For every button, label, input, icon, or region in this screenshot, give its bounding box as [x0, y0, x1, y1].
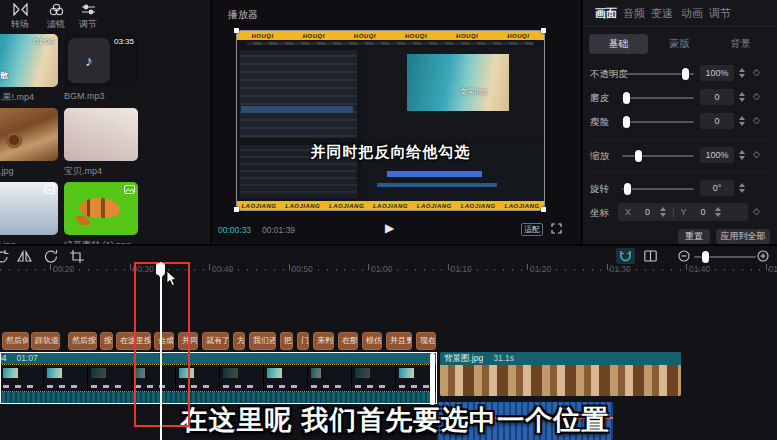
split-preview-button[interactable]	[644, 250, 657, 262]
subtitle-clip[interactable]: 按	[100, 332, 113, 350]
subtitle-clip[interactable]: 在那	[338, 332, 358, 350]
subtab-背景[interactable]: 背景	[711, 34, 770, 54]
video-clip[interactable]: [教程]...果!.mp401:07	[0, 352, 437, 404]
stepper-control[interactable]	[737, 113, 747, 129]
tab-动画[interactable]: 动画	[681, 6, 703, 21]
stepper-down-icon[interactable]	[739, 122, 745, 126]
slider-handle[interactable]	[682, 68, 689, 80]
slider-不透明度[interactable]	[622, 73, 694, 75]
subtitle-clip[interactable]: 然后按	[68, 332, 97, 350]
selection-handle-bl[interactable]	[234, 207, 239, 212]
stepper-up-icon[interactable]	[739, 68, 745, 72]
media-item-thumbnail[interactable]: 01:08文字消散	[0, 34, 58, 87]
timeline-zoom-slider[interactable]	[694, 256, 756, 258]
media-item-thumbnail[interactable]	[64, 108, 138, 161]
stepper-up-icon[interactable]	[739, 183, 745, 187]
coord-x-stepper[interactable]	[658, 204, 668, 220]
coord-y-value[interactable]: 0	[700, 207, 705, 217]
subtitle-clip[interactable]: 我们还	[249, 332, 276, 350]
value-box-不透明度[interactable]: 100%	[700, 65, 734, 81]
playhead-handle[interactable]	[156, 263, 165, 275]
ae-clip-bar2	[377, 183, 497, 187]
stepper-control[interactable]	[737, 65, 747, 81]
selection-handle-br[interactable]	[541, 207, 546, 212]
coord-x-value[interactable]: 0	[645, 207, 650, 217]
reset-button[interactable]: 重置	[678, 229, 710, 244]
media-item-thumbnail[interactable]	[0, 108, 58, 161]
subtitle-clip[interactable]: 并且要	[386, 332, 412, 350]
subtitle-clip[interactable]: 就有了	[202, 332, 229, 350]
stepper-down-icon[interactable]	[739, 98, 745, 102]
subtitle-clip[interactable]: 来到	[313, 332, 334, 350]
transition-icon	[5, 3, 35, 16]
coord-y-stepper[interactable]	[713, 204, 723, 220]
fit-button[interactable]: 适配	[521, 223, 543, 236]
value-box-缩放[interactable]: 100%	[700, 147, 734, 163]
media-nav-transition[interactable]: 转场	[5, 3, 35, 31]
subtitle-clip[interactable]: 现在	[416, 332, 436, 350]
watermark-text: HOUQI	[354, 33, 376, 39]
media-item-thumbnail[interactable]	[64, 182, 138, 235]
tab-变速[interactable]: 变速	[651, 6, 673, 21]
tab-音频[interactable]: 音频	[623, 6, 645, 21]
subtitle-clip[interactable]: 在这里按	[116, 332, 151, 350]
timeline-zoom-out-button[interactable]	[678, 250, 690, 262]
value-box-磨皮[interactable]: 0	[700, 89, 734, 105]
slider-瘦脸[interactable]	[622, 121, 694, 123]
video-preview-stage[interactable]: HOUQIHOUQIHOUQIHOUQIHOUQIHOUQI 文字消散 LAOJ…	[237, 31, 544, 210]
stepper-down-icon[interactable]	[739, 189, 745, 193]
value-box-瘦脸[interactable]: 0	[700, 113, 734, 129]
subtitle-clip[interactable]: 然后倒	[2, 332, 29, 350]
slider-handle[interactable]	[635, 150, 642, 162]
slider-label-缩放: 缩放	[590, 150, 609, 163]
stepper-control[interactable]	[737, 147, 747, 163]
subtab-蒙版[interactable]: 蒙版	[650, 34, 709, 54]
keyframe-diamond-icon[interactable]: ◇	[753, 206, 760, 216]
subtitle-clip[interactable]: 把	[280, 332, 293, 350]
slider-handle[interactable]	[624, 183, 631, 195]
audio-clip[interactable]	[437, 402, 613, 440]
slider-旋转[interactable]	[622, 188, 694, 190]
fullscreen-icon[interactable]	[551, 223, 562, 234]
value-box-旋转[interactable]: 0°	[700, 180, 734, 196]
keyframe-diamond-icon[interactable]: ◇	[753, 91, 760, 101]
stepper-down-icon[interactable]	[739, 156, 745, 160]
stepper-up-icon[interactable]	[739, 92, 745, 96]
keyframe-diamond-icon[interactable]: ◇	[753, 67, 760, 77]
play-button[interactable]: ▶	[385, 221, 394, 235]
stepper-control[interactable]	[737, 180, 747, 196]
clip-trim-handle-right[interactable]	[430, 353, 435, 405]
timeline-ruler[interactable]: 00:2000:3000:4000:5001:0001:1001:2001:30…	[0, 262, 777, 278]
media-nav-filter[interactable]: 滤镜	[41, 3, 71, 31]
media-item-thumbnail[interactable]	[0, 182, 58, 235]
video-clip[interactable]: 背景图.jpg31.1s	[440, 352, 681, 396]
keyframe-diamond-icon[interactable]: ◇	[753, 115, 760, 125]
stepper-down-icon[interactable]	[739, 74, 745, 78]
media-nav-adjust[interactable]: 调节	[73, 3, 103, 31]
media-item: 宝贝.mp4	[64, 108, 138, 178]
stepper-up-icon[interactable]	[739, 150, 745, 154]
tab-画面[interactable]: 画面	[595, 6, 617, 21]
slider-handle[interactable]	[623, 116, 630, 128]
media-item-caption: 文字消散	[0, 70, 8, 81]
keyframe-diamond-icon[interactable]: ◇	[753, 149, 760, 159]
subtitle-clip[interactable]: 合成	[154, 332, 174, 350]
subtitle-clip[interactable]: 踩轨道	[31, 332, 60, 350]
subtab-基础[interactable]: 基础	[589, 34, 648, 54]
stepper-up-icon[interactable]	[739, 116, 745, 120]
apply-to-all-button[interactable]: 应用到全部	[716, 229, 770, 244]
tab-调节[interactable]: 调节	[709, 6, 731, 21]
slider-缩放[interactable]	[622, 155, 694, 157]
subtitle-clip[interactable]: 门	[297, 332, 309, 350]
media-item-thumbnail[interactable]: ♪03:35	[64, 34, 138, 87]
selection-handle-tr[interactable]	[541, 28, 546, 33]
slider-磨皮[interactable]	[622, 97, 694, 99]
subtitle-clip[interactable]: 方	[233, 332, 245, 350]
slider-handle[interactable]	[623, 92, 630, 104]
subtitle-clip[interactable]: 并同	[178, 332, 198, 350]
subtitle-clip[interactable]: 模仿	[362, 332, 382, 350]
stepper-control[interactable]	[737, 89, 747, 105]
coord-input-box[interactable]: X0|Y0	[618, 203, 748, 221]
selection-handle-tl[interactable]	[234, 28, 239, 33]
timeline-zoom-in-button[interactable]	[757, 250, 769, 262]
